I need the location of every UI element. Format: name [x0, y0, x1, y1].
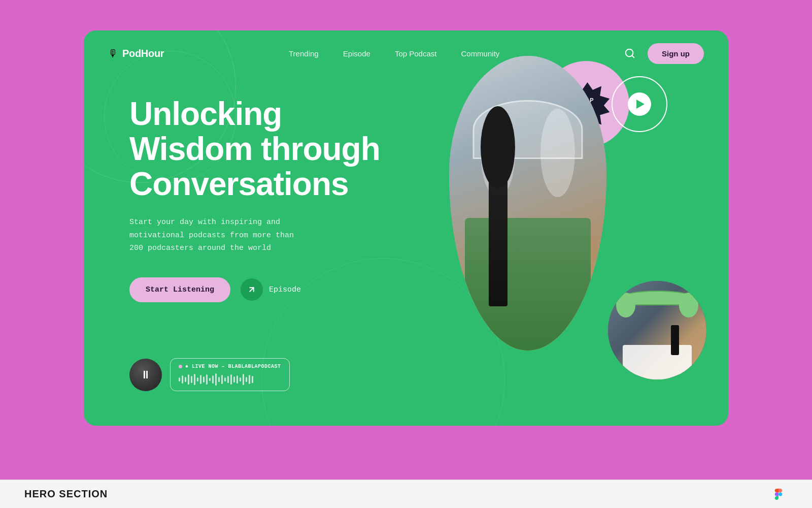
- man-microphone: [671, 325, 679, 355]
- nav-community[interactable]: Community: [461, 49, 499, 58]
- wave-bar-19: [233, 376, 235, 383]
- wave-bar-3: [185, 377, 186, 382]
- wave-bar-7: [197, 377, 198, 382]
- signup-button[interactable]: Sign up: [648, 43, 704, 64]
- wave-bar-5: [191, 376, 192, 383]
- play-icon-container: [628, 92, 651, 116]
- nav-trending[interactable]: Trending: [289, 49, 319, 58]
- hero-headline: Unlocking Wisdom through Conversations: [129, 97, 380, 202]
- man-podcast-image: [606, 279, 708, 381]
- waveform-card: ● LIVE NOW – BLABLABLAPODCAST: [170, 358, 290, 391]
- headline-line3: Conversations: [129, 166, 349, 202]
- wave-bar-18: [230, 374, 232, 385]
- headline-line1: Unlocking: [129, 96, 282, 132]
- nav-links: Trending Episode Top Podcast Community: [289, 49, 499, 58]
- episode-link[interactable]: Episode: [241, 278, 301, 301]
- wave-bar-14: [218, 377, 220, 382]
- woman-silhouette: [449, 56, 606, 351]
- live-label: ● LIVE NOW – BLABLABLAPODCAST: [179, 364, 281, 369]
- hero-actions: Start Listening Episode: [129, 277, 380, 302]
- episode-label: Episode: [269, 285, 301, 294]
- start-listening-button[interactable]: Start Listening: [129, 277, 230, 302]
- wave-bar-17: [227, 376, 229, 383]
- wave-bar-16: [224, 377, 226, 382]
- arrow-up-right-icon: [247, 285, 256, 294]
- wave-bar-2: [182, 375, 183, 384]
- arrow-icon: [241, 278, 263, 301]
- play-button[interactable]: [612, 76, 667, 132]
- waveform: [179, 373, 281, 386]
- svg-line-1: [632, 55, 634, 57]
- wave-bar-8: [200, 375, 201, 384]
- wave-bar-6: [194, 374, 195, 385]
- wave-bar-20: [236, 375, 238, 384]
- figma-logo: [770, 486, 787, 502]
- white-shirt: [623, 345, 692, 379]
- outer-wrapper: 🎙 PodHour Trending Episode Top Podcast C…: [0, 0, 812, 508]
- green-headphone-left: [616, 293, 636, 318]
- hero-card: 🎙 PodHour Trending Episode Top Podcast C…: [84, 30, 728, 426]
- wave-bar-24: [249, 375, 250, 384]
- pause-icon: ⏸: [140, 368, 151, 382]
- bottom-bar: HERO SECTION: [0, 480, 812, 508]
- green-headphone-right: [679, 293, 699, 318]
- navbar: 🎙 PodHour Trending Episode Top Podcast C…: [84, 30, 728, 76]
- wave-bar-4: [188, 374, 189, 385]
- podcast-avatar: ⏸: [129, 359, 162, 391]
- nav-right: Sign up: [624, 43, 704, 64]
- wave-bar-1: [179, 377, 180, 382]
- figma-icon: [769, 485, 788, 503]
- woman-podcast-image: [449, 56, 606, 351]
- microphone-head: [481, 106, 515, 188]
- headphone-right: [540, 109, 575, 197]
- microphone-icon: 🎙: [108, 48, 118, 59]
- wave-bar-15: [221, 375, 223, 384]
- search-button[interactable]: [624, 48, 635, 59]
- logo[interactable]: 🎙 PodHour: [108, 48, 164, 59]
- headline-line2: Wisdom through: [129, 131, 380, 167]
- nav-top-podcast[interactable]: Top Podcast: [395, 49, 437, 58]
- wave-bar-22: [243, 374, 244, 385]
- wave-bar-23: [246, 377, 247, 382]
- clothing: [465, 218, 591, 351]
- live-text: ● LIVE NOW – BLABLABLAPODCAST: [185, 364, 281, 369]
- wave-bar-25: [252, 376, 253, 383]
- play-icon: [636, 100, 645, 109]
- wave-bar-13: [215, 373, 217, 386]
- wave-bar-11: [209, 378, 211, 381]
- live-dot: [179, 365, 182, 368]
- wave-bar-21: [240, 377, 241, 382]
- wave-bar-10: [206, 374, 208, 385]
- live-player[interactable]: ⏸ ● LIVE NOW – BLABLABLAPODCAST: [129, 358, 290, 391]
- brand-name: PodHour: [122, 48, 164, 59]
- section-label: HERO SECTION: [24, 488, 108, 500]
- man-silhouette: [608, 281, 706, 379]
- search-icon: [624, 48, 635, 59]
- wave-bar-12: [212, 375, 214, 384]
- hero-images: TOP 01: [424, 46, 708, 411]
- hero-content: Unlocking Wisdom through Conversations S…: [129, 97, 380, 302]
- svg-line-2: [250, 288, 254, 292]
- hero-subtitle: Start your day with inspiring and motiva…: [129, 216, 322, 255]
- nav-episode[interactable]: Episode: [343, 49, 370, 58]
- wave-bar-9: [203, 376, 205, 383]
